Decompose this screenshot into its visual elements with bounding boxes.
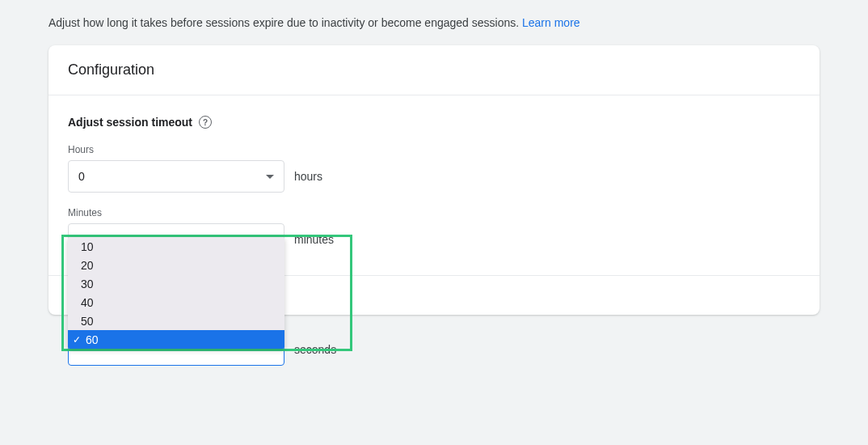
hours-field: Hours 0 hours [68,144,800,193]
hours-select[interactable]: 0 [68,160,284,193]
annotation-highlight: 1020304050✓60 [61,235,352,351]
dropdown-option[interactable]: 30 [68,274,284,293]
intro-text: Adjust how long it takes before sessions… [48,0,820,45]
hours-label: Hours [68,144,800,155]
intro-description: Adjust how long it takes before sessions… [48,16,519,29]
dropdown-option[interactable]: ✓60 [68,330,284,349]
dropdown-option-label: 50 [81,315,94,328]
dropdown-option-label: 60 [86,333,99,346]
learn-more-link[interactable]: Learn more [522,16,580,29]
dropdown-option-label: 20 [81,259,94,272]
dropdown-option[interactable]: 50 [68,312,284,330]
card-title: Configuration [68,61,800,78]
help-icon[interactable]: ? [199,116,212,129]
dropdown-option[interactable]: 20 [68,256,284,274]
hours-unit: hours [294,170,322,183]
minutes-dropdown-list: 1020304050✓60 [68,237,284,349]
section-title-row: Adjust session timeout ? [68,116,212,129]
configuration-card: Configuration Adjust session timeout ? H… [48,45,820,315]
dropdown-option-label: 40 [81,296,94,309]
minutes-label: Minutes [68,207,800,218]
dropdown-option-label: 30 [81,278,94,290]
chevron-down-icon [266,175,274,179]
dropdown-option[interactable]: 10 [68,237,284,256]
card-header: Configuration [48,45,820,95]
section-title: Adjust session timeout [68,116,192,129]
hours-value: 0 [78,170,85,183]
dropdown-option-label: 10 [81,240,94,253]
dropdown-option[interactable]: 40 [68,293,284,312]
check-icon: ✓ [73,334,81,345]
card-body: Adjust session timeout ? Hours 0 hours M… [48,95,820,276]
